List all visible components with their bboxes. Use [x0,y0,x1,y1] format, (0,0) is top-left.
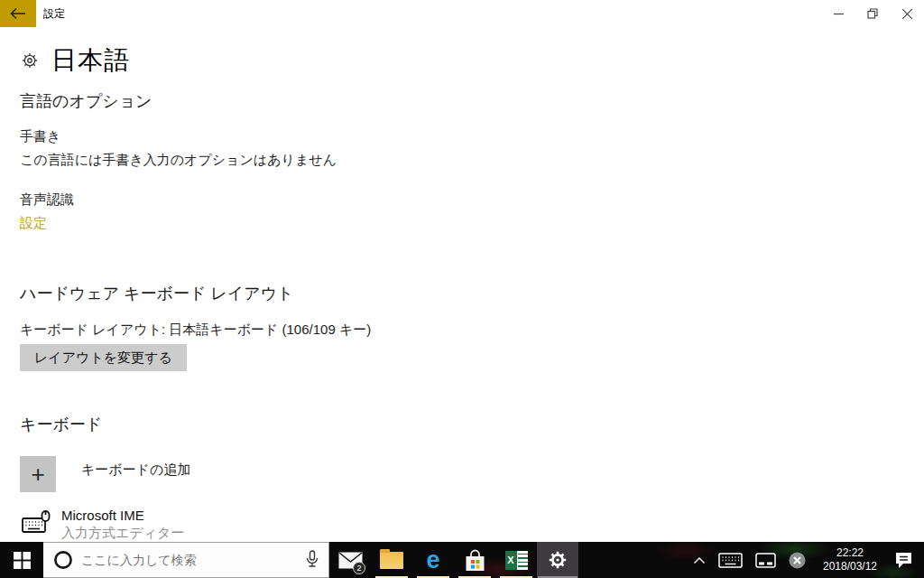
action-center-button[interactable] [888,542,924,578]
tray-show-hidden-button[interactable] [687,542,712,578]
cortana-icon[interactable] [52,549,74,571]
tray-touch-keyboard-button[interactable] [712,542,749,578]
page-title: 日本語 [51,43,130,78]
start-button[interactable] [0,542,43,578]
plus-icon: + [20,456,56,492]
close-icon [902,9,912,19]
titlebar: 設定 [0,0,924,27]
mail-badge: 2 [353,562,365,574]
settings-content: 日本語 言語のオプション 手書き この言語には手書き入力のオプションはありません… [0,27,924,542]
window-controls [821,0,924,27]
settings-gear-icon [547,549,568,571]
edge-icon: e [426,548,439,573]
clock-date: 2018/03/12 [818,560,882,573]
restore-icon [867,8,878,19]
keyboard-layout-info: キーボード レイアウト: 日本語キーボード (106/109 キー) [20,322,371,339]
back-arrow-icon [10,7,26,20]
ime-name: Microsoft IME [61,507,184,524]
add-keyboard-label: キーボードの追加 [81,456,190,492]
speech-settings-link[interactable]: 設定 [20,215,47,232]
taskbar: 2 e X [0,542,924,578]
ime-list-item[interactable]: Microsoft IME 入力方式エディター [20,507,184,541]
microphone-icon[interactable] [305,550,319,570]
chevron-up-icon [693,556,706,564]
taskbar-file-explorer-button[interactable] [371,542,412,578]
taskbar-store-button[interactable] [454,542,495,578]
window-title: 設定 [43,0,65,27]
store-icon [465,549,485,572]
taskbar-excel-button[interactable]: X [495,542,537,578]
taskbar-apps: 2 e X [329,542,578,578]
tray-clock[interactable]: 22:22 2018/03/12 [818,546,882,573]
system-tray: 22:22 2018/03/12 [687,542,924,578]
ime-disabled-icon [789,552,806,569]
tray-ime-disabled-button[interactable] [782,542,812,578]
keyboard-ime-icon [20,507,52,539]
taskbar-search[interactable] [43,542,329,578]
keyboards-heading: キーボード [20,414,102,435]
excel-icon: X [505,551,528,570]
touchpad-icon [755,553,776,568]
touch-keyboard-icon [718,553,743,568]
hardware-keyboard-heading: ハードウェア キーボード レイアウト [20,283,294,304]
change-layout-button[interactable]: レイアウトを変更する [20,344,187,371]
handwriting-label: 手書き [20,128,60,145]
settings-window: 設定 日本語 言語のオプション 手書き この言語には手書き入力のオプションはあり… [0,0,924,578]
add-keyboard-button[interactable]: + キーボードの追加 [20,456,190,492]
clock-time: 22:22 [818,546,882,560]
page-header: 日本語 [20,43,130,78]
taskbar-edge-button[interactable]: e [412,542,454,578]
action-center-icon [894,552,913,569]
minimize-button[interactable] [821,0,855,27]
ime-description: 入力方式エディター [61,524,184,541]
close-button[interactable] [890,0,924,27]
file-explorer-icon [380,552,403,569]
restore-button[interactable] [855,0,890,27]
minimize-icon [834,9,844,19]
taskbar-settings-button[interactable] [537,542,578,578]
back-button[interactable] [0,0,36,27]
tray-touchpad-button[interactable] [749,542,782,578]
windows-logo-icon [14,552,31,569]
handwriting-status: この言語には手書き入力のオプションはありません [20,152,337,169]
taskbar-mail-button[interactable]: 2 [329,542,371,578]
speech-label: 音声認識 [20,191,74,209]
search-input[interactable] [81,553,271,567]
ime-text: Microsoft IME 入力方式エディター [61,507,184,541]
gear-icon [20,51,40,70]
language-options-heading: 言語のオプション [20,90,152,112]
